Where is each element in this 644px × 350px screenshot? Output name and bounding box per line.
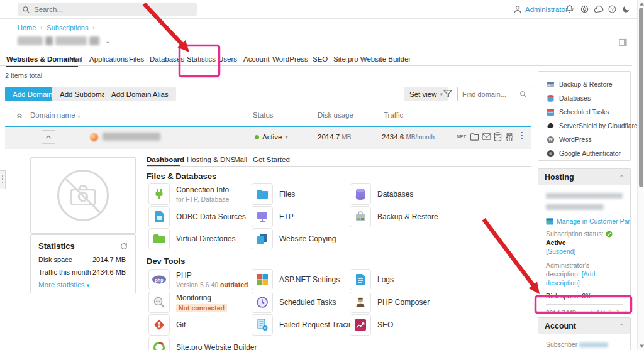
- filter-icon[interactable]: [443, 89, 453, 99]
- redacted-hosting-line: [546, 204, 604, 210]
- tab-wordpress[interactable]: WordPress: [272, 55, 308, 63]
- svg-text:php: php: [155, 278, 164, 283]
- scrollbar-thumb[interactable]: [639, 8, 643, 187]
- aspnet-settings-icon: [252, 269, 273, 290]
- tab-account[interactable]: Account: [243, 55, 270, 63]
- svg-text:?: ?: [611, 6, 613, 12]
- account-card-header[interactable]: Account ⌃: [538, 318, 630, 334]
- dev-tools-heading: Dev Tools: [147, 256, 185, 266]
- statistics-card: Statistics Disk space2014.7 MB Traffic t…: [30, 234, 136, 293]
- tab-applications[interactable]: Applications: [89, 55, 128, 63]
- row-collapse-button[interactable]: [42, 130, 55, 144]
- panel-toggle-icon[interactable]: [619, 38, 627, 46]
- svg-text:W: W: [548, 137, 553, 143]
- sidebar-item-backup-restore[interactable]: Backup & Restore: [538, 77, 630, 91]
- manage-customer-panel-link[interactable]: Manage in Customer Panel: [546, 217, 623, 225]
- help-icon[interactable]: ?: [608, 4, 617, 14]
- expanded-area-border: [18, 149, 18, 350]
- tab-databases[interactable]: Databases: [150, 55, 184, 63]
- dash-item-seo[interactable]: SEO: [350, 314, 393, 336]
- suspend-link[interactable]: [Suspend]: [546, 247, 623, 256]
- sidebar-item-servershield[interactable]: ServerShield by Cloudflare: [538, 119, 630, 133]
- not-connected-badge: Not connected: [176, 304, 227, 312]
- tabs-divider: [0, 65, 632, 66]
- disk-used-line: 2014.7 MB used of Unlimited: [546, 309, 623, 314]
- sidebar-item-wordpress[interactable]: W WordPress: [538, 133, 630, 146]
- breadcrumb-subscriptions[interactable]: Subscriptions: [47, 24, 88, 31]
- database-icon[interactable]: [494, 132, 502, 141]
- column-disk-usage[interactable]: Disk usage: [318, 111, 353, 119]
- more-statistics-link[interactable]: More statistics ▾: [38, 281, 128, 288]
- redacted-domain-name: [103, 133, 160, 141]
- sidebar-drag-handle[interactable]: [0, 170, 6, 189]
- breadcrumb-home[interactable]: Home: [18, 24, 36, 31]
- files-folder-icon: [252, 183, 273, 205]
- scrollbar-track[interactable]: [637, 0, 644, 350]
- status-dropdown[interactable]: Active ▾: [255, 133, 288, 141]
- refresh-icon[interactable]: [120, 243, 128, 250]
- dash-item-logs[interactable]: Logs: [350, 269, 394, 290]
- file-manager-folder-icon[interactable]: [470, 133, 479, 141]
- ftp-monitor-icon: [252, 206, 273, 227]
- tab-statistics[interactable]: Statistics: [187, 55, 216, 63]
- odbc-document-icon: [148, 206, 170, 227]
- tab-dashboard[interactable]: Dashboard: [147, 156, 184, 163]
- dark-mode-moon-icon[interactable]: [622, 5, 630, 13]
- search-input[interactable]: [34, 4, 191, 14]
- monitoring-magnifier-icon: [148, 292, 170, 313]
- hosting-card-header[interactable]: Hosting ⌃: [538, 169, 630, 185]
- collapse-all-icon[interactable]: [16, 111, 23, 119]
- aspnet-badge-icon[interactable]: NET: [457, 134, 467, 139]
- tab-users[interactable]: Users: [218, 55, 237, 63]
- dash-item-databases[interactable]: Databases: [350, 183, 413, 205]
- more-actions-kebab-icon[interactable]: ⋮: [518, 131, 526, 139]
- column-status[interactable]: Status: [253, 111, 274, 119]
- tab-get-started[interactable]: Get Started: [253, 156, 290, 163]
- dash-item-sitepro-builder[interactable]: Site.pro Website Builder: [148, 337, 257, 350]
- dash-item-php[interactable]: php PHP Version 5.6.40 outdated: [148, 269, 248, 290]
- dash-item-files[interactable]: Files: [252, 183, 295, 205]
- column-traffic[interactable]: Traffic: [384, 111, 403, 119]
- dash-item-connection-info[interactable]: Connection Infofor FTP, Database: [148, 183, 229, 205]
- user-name: Administrator: [525, 6, 568, 13]
- dash-item-scheduled-tasks[interactable]: Scheduled Tasks: [252, 292, 336, 313]
- scheduled-tasks-clock-icon: [252, 292, 273, 313]
- set-view-button[interactable]: Set view ▾: [404, 87, 448, 101]
- sidebar-item-google-authenticator[interactable]: Google Authenticator: [538, 146, 630, 160]
- dash-item-website-copying[interactable]: Website Copying: [252, 228, 336, 249]
- column-domain-name[interactable]: Domain name ↓: [30, 111, 81, 119]
- notifications-bell-icon[interactable]: [565, 4, 574, 14]
- tab-seo[interactable]: SEO: [313, 55, 328, 63]
- dash-item-failed-request-tracing[interactable]: Failed Request Tracing: [252, 314, 357, 336]
- scroll-up-arrow[interactable]: [640, 2, 644, 6]
- tab-hosting-dns[interactable]: Hosting & DNS: [187, 156, 235, 163]
- dash-item-virtual-directories[interactable]: Virtual Directories: [148, 228, 235, 249]
- sidebar-item-scheduled-tasks[interactable]: Scheduled Tasks: [538, 105, 630, 119]
- dash-item-backup-restore[interactable]: Backup & Restore: [350, 206, 438, 227]
- mail-envelope-icon[interactable]: [482, 133, 491, 140]
- lifebuoy-icon[interactable]: [580, 4, 589, 14]
- dash-item-php-composer[interactable]: PHP Composer: [350, 292, 430, 313]
- title-chevron-down-icon[interactable]: ⌄: [105, 37, 111, 45]
- tab-dash-mail[interactable]: Mail: [234, 156, 247, 163]
- scroll-down-arrow[interactable]: [640, 344, 644, 348]
- dash-item-odbc[interactable]: ODBC Data Sources: [148, 206, 246, 227]
- sitepro-logo-icon: [148, 337, 170, 350]
- cloud-icon[interactable]: [594, 5, 604, 13]
- customer-panel-icon: [546, 218, 553, 225]
- dash-item-aspnet-settings[interactable]: ASP.NET Settings: [252, 269, 340, 290]
- global-search[interactable]: [18, 3, 197, 16]
- tab-files[interactable]: Files: [129, 55, 144, 63]
- sidebar-item-databases[interactable]: Databases: [538, 91, 630, 105]
- tab-mail[interactable]: Mail: [69, 55, 82, 63]
- find-domain-box[interactable]: [457, 87, 531, 101]
- dash-item-ftp[interactable]: FTP: [252, 206, 294, 227]
- dash-item-monitoring[interactable]: Monitoring Not connected: [148, 292, 227, 313]
- php-settings-sliders-icon[interactable]: [505, 132, 514, 141]
- databases-cylinder-icon: [350, 183, 371, 205]
- tab-sitepro-builder[interactable]: Site.pro Website Builder: [333, 55, 411, 63]
- find-domain-input[interactable]: [458, 90, 519, 98]
- add-domain-alias-button[interactable]: Add Domain Alias: [104, 87, 176, 101]
- page-title: ⌄: [18, 36, 111, 45]
- dash-item-git[interactable]: Git: [148, 314, 186, 336]
